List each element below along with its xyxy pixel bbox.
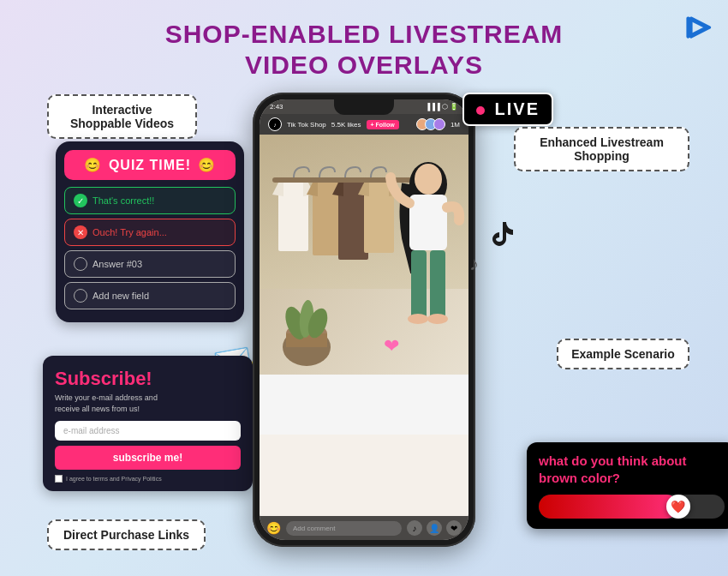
poll-slider-fill: ❤️: [539, 495, 678, 519]
email-field[interactable]: e-mail address: [55, 421, 241, 441]
page-title: SHOP-ENABLED LIVESTREAM VIDEO OVERLAYS: [0, 19, 728, 81]
svg-point-16: [415, 164, 442, 195]
label-enhanced-livestream: Enhanced Livestream Shopping: [514, 127, 689, 171]
wrong-icon: ✕: [74, 225, 87, 239]
phone-mockup: 2:43 ▐▐▐ ⬡ 🔋 ♪ Tik Tok Shop 5.5K likes +…: [253, 93, 475, 547]
label-direct-purchase: Direct Purchase Links: [47, 519, 206, 550]
poll-overlay: what do you think about brown color? ❤️: [527, 442, 728, 529]
poll-question: what do you think about brown color?: [539, 453, 725, 486]
quiz-card: 😊 QUIZ TIME! 😊 ✓ That's correct!! ✕ Ouch…: [56, 141, 244, 322]
svg-marker-1: [691, 18, 710, 37]
checkbox-input[interactable]: [55, 475, 63, 483]
phone-notch: [334, 99, 394, 115]
quiz-item-correct: ✓ That's correct!!: [64, 187, 236, 214]
subscribe-button[interactable]: subscribe me!: [55, 446, 241, 470]
title-section: SHOP-ENABLED LIVESTREAM VIDEO OVERLAYS: [0, 0, 728, 89]
phone-screen: 2:43 ▐▐▐ ⬡ 🔋 ♪ Tik Tok Shop 5.5K likes +…: [260, 99, 468, 540]
clothing-rack-svg: [260, 135, 468, 375]
quiz-emoji-left: 😊: [84, 157, 102, 173]
phone-outer: 2:43 ▐▐▐ ⬡ 🔋 ♪ Tik Tok Shop 5.5K likes +…: [253, 93, 475, 547]
floating-heart: ❤: [384, 335, 399, 357]
viewer-count: 1M: [451, 121, 460, 129]
poll-emoji: ❤️: [671, 500, 685, 513]
svg-point-21: [427, 314, 448, 324]
shop-name: Tik Tok Shop: [287, 121, 326, 129]
quiz-item-neutral-1: Answer #03: [64, 250, 236, 278]
phone-time: 2:43: [270, 103, 283, 111]
comment-icon-music: ♪: [407, 520, 422, 536]
logo-icon: [682, 12, 713, 43]
svg-rect-19: [430, 250, 445, 319]
quiz-item-neutral-2: Add new field: [64, 282, 236, 309]
phone-bottom-content: [260, 375, 468, 435]
live-badge: LIVE: [462, 93, 553, 126]
quiz-item-wrong: ✕ Ouch! Try again...: [64, 219, 236, 246]
quiz-header: 😊 QUIZ TIME! 😊: [64, 150, 236, 180]
svg-point-20: [408, 314, 428, 324]
signal-icons: ▐▐▐ ⬡ 🔋: [426, 103, 458, 111]
poll-slider-track: ❤️: [539, 495, 725, 519]
poll-slider-thumb[interactable]: ❤️: [666, 495, 690, 519]
checkbox-area: I agree to terms and Privacy Politics: [55, 475, 241, 483]
svg-rect-17: [409, 195, 447, 250]
live-dot: [476, 106, 485, 115]
quiz-title: QUIZ TIME!: [109, 158, 191, 173]
clothing-area: ❤: [260, 135, 468, 375]
subscribe-title: Subscribe!: [55, 368, 241, 390]
label-interactive-shoppable: Interactive Shoppable Videos: [47, 94, 197, 139]
neutral-icon-2: [74, 289, 87, 303]
quiz-emoji-right: 😊: [198, 157, 216, 173]
follow-button[interactable]: + Follow: [367, 120, 399, 129]
comment-bar: 😊 Add comment ♪ 👤 ❤: [260, 516, 468, 540]
subscribe-card: Subscribe! Write your e-mail address and…: [43, 356, 253, 491]
comment-emoji: 😊: [266, 521, 281, 535]
comment-icon-heart: ❤: [446, 520, 462, 536]
subscribe-subtitle: Write your e-mail address andreceive all…: [55, 393, 241, 414]
tiktok-float-logo: [486, 219, 513, 252]
checkbox-label: I agree to terms and Privacy Politics: [66, 476, 162, 482]
correct-icon: ✓: [74, 194, 87, 207]
svg-rect-18: [411, 250, 427, 319]
tiktok-logo: ♪: [268, 117, 282, 131]
comment-icons: ♪ 👤 ❤: [407, 520, 462, 536]
shop-likes: 5.5K likes: [331, 121, 361, 129]
avatar-3: [433, 118, 445, 130]
label-example-scenario: Example Scenario: [557, 339, 689, 369]
shop-avatars: [420, 118, 445, 130]
comment-icon-person: 👤: [427, 520, 442, 536]
neutral-icon-1: [74, 257, 87, 271]
music-note-icon: ♪: [469, 253, 479, 275]
tiktok-bar: ♪ Tik Tok Shop 5.5K likes + Follow 1M: [260, 114, 468, 135]
comment-input[interactable]: Add comment: [286, 521, 402, 536]
